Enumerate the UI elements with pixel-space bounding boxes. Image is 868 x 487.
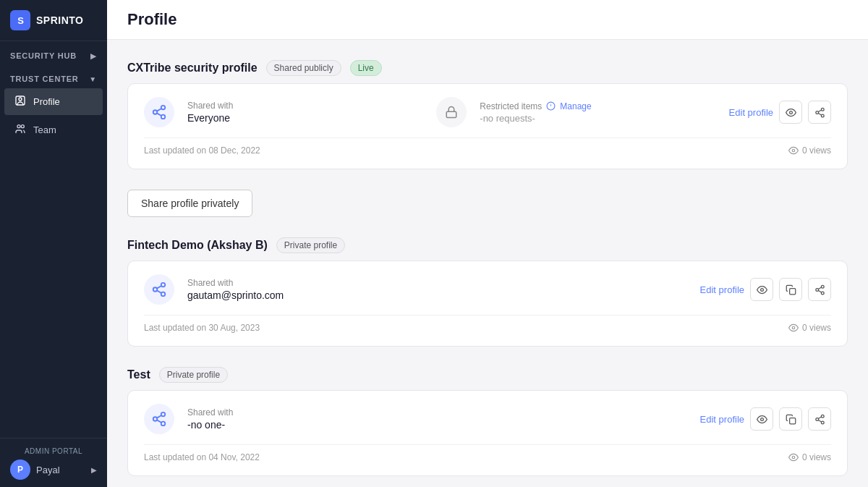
sidebar-item-profile[interactable]: Profile <box>4 88 103 115</box>
fintech-share-icon-wrap <box>144 274 174 305</box>
fintech-shared-label: Shared with <box>187 278 687 288</box>
lock-icon-wrap <box>436 97 467 127</box>
user-row[interactable]: P Payal ▶ <box>10 460 97 480</box>
svg-point-28 <box>815 288 818 291</box>
chevron-down-icon: ▼ <box>89 75 97 83</box>
fintech-title: Fintech Demo (Akshay B) <box>127 239 268 252</box>
svg-line-7 <box>157 113 161 116</box>
topbar: Profile <box>107 0 868 40</box>
section-header-test: Test Private profile <box>127 367 848 383</box>
profile-section-fintech: Fintech Demo (Akshay B) Private profile … <box>127 237 848 347</box>
sidebar-item-team[interactable]: Team <box>4 117 103 143</box>
svg-point-22 <box>161 292 166 297</box>
test-card-top: Shared with -no one- Edit profile <box>144 404 831 434</box>
svg-line-31 <box>818 287 821 289</box>
eye-icon <box>786 107 796 118</box>
section-header-cxtribe: CXTribe security profile Shared publicly… <box>127 60 848 76</box>
share-icon-btn-fintech <box>814 284 825 295</box>
svg-point-1 <box>19 98 22 101</box>
svg-rect-26 <box>789 288 795 294</box>
svg-line-36 <box>157 420 161 423</box>
user-name: Payal <box>36 465 85 475</box>
svg-point-40 <box>821 415 824 418</box>
copy-icon-test <box>786 414 796 425</box>
test-private-badge: Private profile <box>159 367 228 383</box>
fintech-card-footer: Last updated on 30 Aug, 2023 0 views <box>144 315 831 333</box>
svg-point-41 <box>815 418 818 420</box>
test-shared-label: Shared with <box>187 407 687 418</box>
svg-rect-39 <box>789 418 795 423</box>
cxtribe-card: Shared with Everyone Restricted items Ma… <box>127 83 848 169</box>
cxtribe-restricted-label: Restricted items Manage <box>480 101 715 111</box>
svg-point-38 <box>760 418 763 420</box>
logo-icon: S <box>10 10 30 30</box>
sidebar-logo[interactable]: S SPRINTO <box>0 0 107 41</box>
svg-point-33 <box>161 412 166 417</box>
cxtribe-edit-btn[interactable]: Edit profile <box>729 107 773 118</box>
test-copy-btn[interactable] <box>779 407 802 431</box>
svg-point-34 <box>153 417 158 421</box>
sidebar-team-label: Team <box>33 124 56 135</box>
share-profile-privately-button[interactable]: Share profile privately <box>127 190 252 217</box>
svg-point-2 <box>17 125 20 128</box>
fintech-copy-btn[interactable] <box>779 278 802 301</box>
eye-icon-fintech <box>757 284 767 295</box>
test-eye-btn[interactable] <box>750 407 773 431</box>
cxtribe-restricted-value: -no requests- <box>480 113 715 124</box>
svg-point-4 <box>161 106 166 110</box>
cxtribe-card-actions: Edit profile <box>729 101 831 124</box>
cxtribe-share-btn[interactable] <box>808 101 831 124</box>
chevron-right-icon: ▶ <box>91 466 97 474</box>
fintech-edit-btn[interactable]: Edit profile <box>700 284 744 295</box>
svg-point-6 <box>161 115 166 119</box>
cxtribe-eye-btn[interactable] <box>779 101 802 124</box>
cxtribe-shared-badge: Shared publicly <box>266 60 341 76</box>
fintech-card: Shared with gautam@sprinto.com Edit prof… <box>127 261 848 347</box>
test-share-icon-wrap <box>144 404 174 434</box>
cxtribe-last-updated: Last updated on 08 Dec, 2022 <box>144 145 260 156</box>
profile-section-cxtribe: CXTribe security profile Shared publicly… <box>127 60 848 169</box>
eye-icon-test <box>757 414 767 425</box>
cxtribe-restricted-info: Restricted items Manage -no requests- <box>480 101 715 124</box>
sidebar: S SPRINTO SECURITY HUB ▶ TRUST CENTER ▼ … <box>0 0 107 487</box>
fintech-eye-btn[interactable] <box>750 278 773 301</box>
profile-icon <box>14 95 26 109</box>
svg-point-14 <box>821 108 824 111</box>
share-icon-fintech <box>151 281 167 297</box>
sidebar-security-hub[interactable]: SECURITY HUB ▶ <box>0 41 107 64</box>
manage-link[interactable]: Manage <box>560 101 591 111</box>
fintech-shared-value: gautam@sprinto.com <box>187 289 687 301</box>
fintech-card-top: Shared with gautam@sprinto.com Edit prof… <box>144 274 831 305</box>
avatar: P <box>10 460 30 480</box>
content-area: CXTribe security profile Shared publicly… <box>107 40 868 487</box>
test-views: 0 views <box>788 452 831 462</box>
share-icon-wrap <box>144 97 174 127</box>
sidebar-profile-label: Profile <box>33 96 60 107</box>
share-icon-btn <box>814 107 825 118</box>
svg-point-25 <box>760 288 763 291</box>
test-edit-btn[interactable]: Edit profile <box>700 414 744 425</box>
fintech-share-btn[interactable] <box>808 278 831 301</box>
share-icon-btn-test <box>814 414 825 425</box>
svg-point-21 <box>153 287 158 292</box>
cxtribe-shared-value: Everyone <box>187 112 423 124</box>
team-icon <box>14 123 26 137</box>
svg-line-30 <box>818 290 821 292</box>
fintech-private-badge: Private profile <box>276 237 345 253</box>
svg-point-35 <box>161 422 166 426</box>
svg-point-13 <box>789 111 792 114</box>
cxtribe-card-footer: Last updated on 08 Dec, 2022 0 views <box>144 137 831 156</box>
main-content: Profile CXTribe security profile Shared … <box>107 0 868 487</box>
sidebar-trust-center[interactable]: TRUST CENTER ▼ <box>0 64 107 88</box>
svg-point-27 <box>821 285 824 288</box>
svg-point-16 <box>821 114 824 117</box>
svg-line-17 <box>818 113 821 114</box>
svg-point-3 <box>21 125 24 128</box>
test-shared-value: -no one- <box>187 419 687 431</box>
svg-point-19 <box>792 149 795 152</box>
test-card: Shared with -no one- Edit profile <box>127 390 848 476</box>
test-share-btn[interactable] <box>808 407 831 431</box>
page-title: Profile <box>127 10 848 29</box>
cxtribe-shared-label: Shared with <box>187 101 423 111</box>
cxtribe-shared-info: Shared with Everyone <box>187 101 423 124</box>
